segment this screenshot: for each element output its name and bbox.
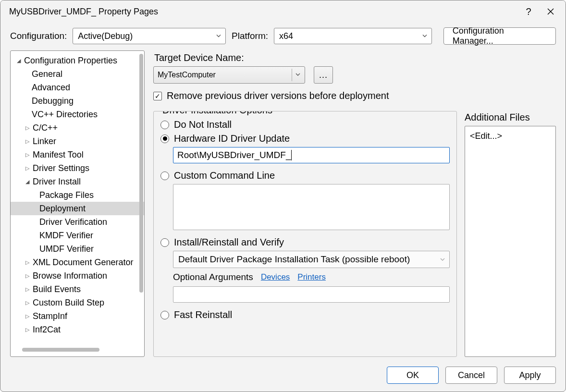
additional-files-label: Additional Files (465, 112, 556, 123)
radio-do-not-install[interactable]: Do Not Install (160, 119, 450, 130)
printers-link[interactable]: Printers (297, 272, 326, 282)
expander-icon: ▷ (24, 273, 31, 279)
tree-item-label: Custom Build Step (33, 298, 104, 308)
install-task-combo[interactable]: Default Driver Package Installation Task… (173, 251, 450, 268)
tree-item-label: Driver Verification (39, 217, 107, 227)
remove-previous-row[interactable]: Remove previous driver versions before d… (153, 90, 457, 101)
custom-command-textarea[interactable] (173, 184, 450, 230)
tree-item[interactable]: Deployment (11, 202, 144, 215)
tree-item-label: Advanced (32, 83, 70, 93)
radio-hardware-id[interactable]: Hardware ID Driver Update (160, 133, 450, 144)
radio-fast-reinstall[interactable]: Fast Reinstall (160, 309, 450, 320)
tree-item[interactable]: ▷Linker (11, 135, 144, 148)
radio-icon (160, 172, 169, 180)
platform-label: Platform: (232, 31, 268, 41)
configuration-dropdown[interactable]: Active(Debug) (73, 28, 226, 44)
tree-item-label: UMDF Verifier (39, 244, 94, 254)
optional-args-input[interactable] (173, 286, 450, 303)
target-device-value: MyTestComputer (158, 71, 216, 79)
chevron-down-icon (440, 254, 445, 265)
tree-item[interactable]: ▷Build Events (11, 282, 144, 296)
tree-item[interactable]: VC++ Directories (11, 108, 144, 121)
tree-item[interactable]: ▷XML Document Generator (11, 256, 144, 269)
tree-item[interactable]: ▷C/C++ (11, 121, 144, 135)
browse-device-button[interactable]: ... (314, 66, 333, 84)
tree-item[interactable]: UMDF Verifier (11, 242, 144, 256)
tree-item-label: KMDF Verifier (39, 231, 93, 241)
expander-icon: ▷ (24, 152, 31, 158)
titlebar: MyUSBDriver_UMDF_ Property Pages ? (0, 0, 566, 23)
dialog-body: ◢Configuration PropertiesGeneralAdvanced… (0, 50, 566, 362)
tree-horizontal-scrollbar[interactable] (22, 347, 133, 354)
platform-value: x64 (279, 31, 293, 41)
ok-button[interactable]: OK (387, 367, 439, 384)
tree-item[interactable]: ▷Browse Information (11, 269, 144, 282)
configuration-label: Configuration: (10, 31, 67, 41)
expander-icon: ▷ (24, 138, 31, 145)
chevron-down-icon (295, 71, 301, 79)
property-pages-dialog: MyUSBDriver_UMDF_ Property Pages ? Confi… (0, 0, 566, 392)
tree-item[interactable]: Driver Verification (11, 215, 144, 229)
radio-custom-command[interactable]: Custom Command Line (160, 170, 450, 181)
apply-button[interactable]: Apply (504, 367, 556, 384)
tree-item-label: Browse Information (33, 271, 107, 281)
remove-previous-checkbox[interactable] (153, 92, 162, 100)
target-device-combo[interactable]: MyTestComputer (153, 66, 305, 84)
cancel-button[interactable]: Cancel (445, 367, 497, 384)
tree-item-label: Inf2Cat (33, 325, 61, 335)
tree-item[interactable]: ◢Driver Install (11, 175, 144, 188)
radio-icon (160, 121, 169, 129)
expander-icon: ◢ (15, 58, 22, 64)
tree-item-label: Build Events (33, 284, 81, 294)
tree-item-label: XML Document Generator (33, 257, 133, 268)
config-tree[interactable]: ◢Configuration PropertiesGeneralAdvanced… (11, 51, 144, 347)
expander-icon: ▷ (24, 165, 31, 172)
tree-item-label: Driver Settings (33, 163, 89, 173)
target-device-row: MyTestComputer ... (153, 66, 457, 84)
expander-icon: ▷ (24, 327, 31, 333)
tree-item-label: Deployment (39, 204, 86, 214)
driver-install-options-legend: Driver Installation Options (160, 111, 275, 116)
additional-files-panel: Additional Files <Edit...> (465, 50, 556, 357)
additional-files-box[interactable]: <Edit...> (465, 126, 556, 357)
devices-link[interactable]: Devices (261, 272, 290, 282)
expander-icon: ▷ (24, 313, 31, 319)
remove-previous-label: Remove previous driver versions before d… (167, 90, 389, 101)
target-device-label: Target Device Name: (154, 52, 457, 63)
expander-icon: ◢ (24, 179, 31, 185)
tree-item[interactable]: Package Files (11, 188, 144, 202)
expander-icon: ▷ (24, 125, 31, 131)
tree-root[interactable]: ◢Configuration Properties (11, 54, 144, 67)
tree-item[interactable]: ▷Manifest Tool (11, 148, 144, 161)
window-title: MyUSBDriver_UMDF_ Property Pages (9, 7, 517, 17)
tree-item[interactable]: ▷Custom Build Step (11, 296, 144, 309)
expander-icon: ▷ (24, 300, 31, 306)
tree-item-label: Manifest Tool (33, 150, 84, 160)
tree-item[interactable]: Debugging (11, 94, 144, 108)
chevron-down-icon (422, 31, 428, 41)
tree-item[interactable]: ▷Driver Settings (11, 161, 144, 175)
help-button[interactable]: ? (517, 0, 540, 23)
chevron-down-icon (216, 31, 221, 41)
tree-item[interactable]: ▷Inf2Cat (11, 323, 144, 336)
hardware-id-input[interactable]: Root\MyUSBDriver_UMDF_ (173, 147, 450, 163)
configuration-manager-button[interactable]: Configuration Manager... (443, 27, 556, 45)
tree-vertical-scrollbar[interactable] (139, 54, 143, 345)
radio-icon (160, 311, 169, 319)
tree-item-label: General (32, 69, 62, 79)
radio-icon (160, 135, 169, 143)
tree-item[interactable]: General (11, 67, 144, 81)
tree-item-label: Driver Install (33, 177, 81, 187)
main-area: Target Device Name: MyTestComputer ... R… (153, 50, 556, 357)
radio-icon (160, 238, 169, 247)
platform-dropdown[interactable]: x64 (274, 28, 432, 44)
tree-item[interactable]: KMDF Verifier (11, 229, 144, 242)
tree-item[interactable]: ▷StampInf (11, 309, 144, 323)
radio-install-verify[interactable]: Install/Reinstall and Verify (160, 237, 450, 248)
tree-item-label: Package Files (39, 190, 94, 200)
close-button[interactable] (540, 0, 562, 23)
tree-item[interactable]: Advanced (11, 81, 144, 94)
tree-item-label: Linker (33, 136, 56, 147)
tree-item-label: StampInf (33, 311, 67, 321)
tree-item-label: C/C++ (33, 123, 58, 133)
